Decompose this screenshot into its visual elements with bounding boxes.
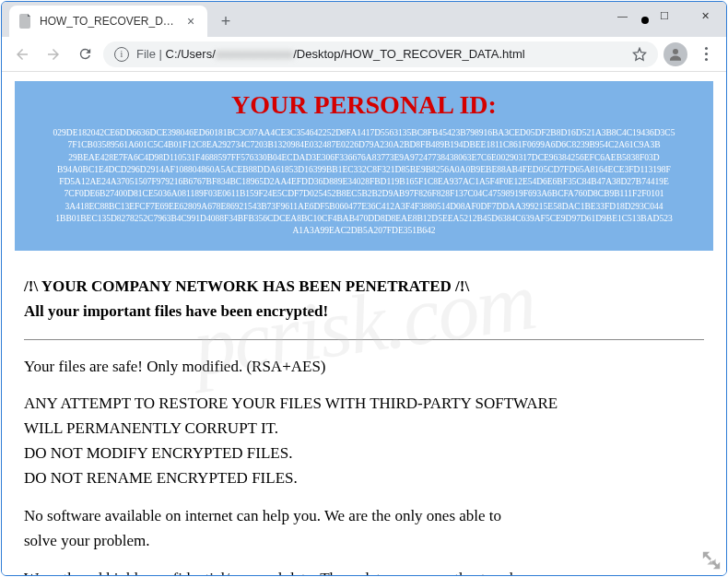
personal-id-title: YOUR PERSONAL ID:	[26, 90, 702, 120]
ransom-text: WILL PERMANENTLY CORRUPT IT.	[24, 418, 704, 440]
ransom-text: Your files are safe! Only modified. (RSA…	[24, 357, 704, 378]
tab-bar: HOW_TO_RECOVER_DATA.html × + — ☐ ✕	[2, 2, 726, 37]
new-tab-button[interactable]: +	[213, 8, 239, 34]
ransom-subheadline: All your important files have been encry…	[24, 301, 704, 323]
url-text: File | C:/Users/xxxxxxxxxxxxx/Desktop/HO…	[136, 47, 525, 61]
profile-avatar[interactable]	[663, 42, 687, 66]
maximize-button[interactable]: ☐	[643, 2, 685, 29]
divider	[24, 339, 704, 340]
ransom-text: DO NOT RENAME ENCRYPTED FILES.	[24, 468, 704, 489]
ransom-text: DO NOT MODIFY ENCRYPTED FILES.	[24, 443, 704, 465]
browser-tab[interactable]: HOW_TO_RECOVER_DATA.html ×	[9, 6, 207, 37]
minimize-button[interactable]: —	[602, 2, 643, 29]
file-icon	[18, 14, 33, 29]
browser-window: HOW_TO_RECOVER_DATA.html × + — ☐ ✕ i Fil…	[1, 1, 727, 576]
personal-id-box: YOUR PERSONAL ID: 029DE182042CE6DD6636DC…	[15, 81, 713, 251]
toolbar: i File | C:/Users/xxxxxxxxxxxxx/Desktop/…	[2, 37, 726, 72]
address-bar[interactable]: i File | C:/Users/xxxxxxxxxxxxx/Desktop/…	[103, 41, 658, 67]
close-icon[interactable]: ×	[183, 14, 198, 29]
ransom-text: ANY ATTEMPT TO RESTORE YOUR FILES WITH T…	[24, 394, 704, 415]
info-icon[interactable]: i	[114, 47, 129, 62]
window-controls: — ☐ ✕	[602, 2, 726, 29]
svg-point-0	[673, 49, 678, 54]
bookmark-icon[interactable]	[632, 47, 647, 62]
tab-title: HOW_TO_RECOVER_DATA.html	[40, 15, 177, 28]
ransom-text: solve your problem.	[24, 531, 704, 552]
expand-icon[interactable]	[699, 548, 724, 573]
ransom-text: No software available on internet can he…	[24, 506, 704, 527]
menu-button[interactable]	[693, 41, 719, 67]
personal-id-hex: 029DE182042CE6DD6636DCE398046ED60181BC3C…	[26, 127, 702, 238]
close-window-button[interactable]: ✕	[685, 2, 726, 29]
reload-button[interactable]	[72, 41, 98, 67]
forward-button[interactable]	[41, 41, 66, 67]
back-button[interactable]	[9, 41, 35, 67]
page-content: pcrisk.com YOUR PERSONAL ID: 029DE182042…	[2, 72, 726, 575]
ransom-note-body: /!\ YOUR COMPANY NETWORK HAS BEEN PENETR…	[2, 260, 726, 575]
ransom-text: We gathered highly confidential/personal…	[24, 569, 704, 575]
ransom-headline: /!\ YOUR COMPANY NETWORK HAS BEEN PENETR…	[24, 277, 704, 298]
